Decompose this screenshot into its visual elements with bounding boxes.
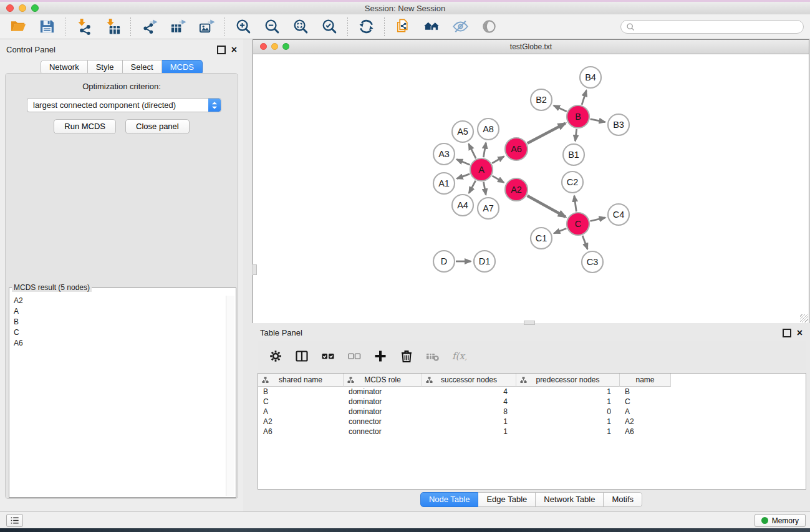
graph-node-A8[interactable]: A8 [478, 118, 499, 140]
function-builder-button[interactable]: f(x) [448, 346, 469, 367]
graph-node-B1[interactable]: B1 [563, 144, 584, 165]
table-cell[interactable]: B [620, 387, 671, 396]
search-field[interactable] [620, 20, 804, 34]
graph-edge-C-C4[interactable] [591, 218, 605, 221]
export-network-button[interactable] [137, 16, 161, 37]
graph-node-D1[interactable]: D1 [474, 251, 495, 272]
graph-node-A1[interactable]: A1 [433, 173, 455, 194]
zoom-fit-button[interactable] [289, 16, 312, 37]
table-settings-button[interactable] [265, 346, 286, 367]
table-row[interactable]: Cdominator41C [258, 397, 806, 407]
graph-edge-B-B3[interactable] [591, 119, 605, 122]
run-mcds-button[interactable]: Run MCDS [54, 119, 116, 134]
search-input[interactable] [639, 22, 798, 32]
show-hidden-button[interactable] [477, 16, 501, 37]
result-node-item[interactable]: C [11, 327, 226, 338]
table-cell[interactable]: 1 [516, 427, 620, 436]
zoom-in-button[interactable] [231, 16, 255, 37]
graph-node-C[interactable]: C [567, 213, 589, 235]
graph-edge-A-A7[interactable] [484, 182, 486, 195]
network-from-selection-button[interactable] [391, 16, 415, 37]
tab-motifs[interactable]: Motifs [604, 492, 642, 507]
graph-node-B[interactable]: B [567, 105, 589, 128]
table-cell[interactable]: A [620, 407, 671, 416]
table-cell[interactable]: 1 [422, 427, 516, 436]
graph-node-A7[interactable]: A7 [478, 198, 499, 219]
table-cell[interactable]: C [258, 397, 344, 406]
tab-network-table[interactable]: Network Table [536, 492, 604, 507]
table-cell[interactable]: 4 [422, 387, 516, 396]
zoom-window-icon[interactable] [31, 4, 39, 12]
table-cell[interactable]: 1 [516, 417, 620, 426]
graph-node-A3[interactable]: A3 [433, 143, 455, 165]
graph-edge-B-B2[interactable] [554, 105, 567, 112]
vertical-split-handle[interactable] [253, 264, 257, 275]
create-column-button[interactable] [370, 346, 390, 367]
column-header-successor-nodes[interactable]: successor nodes [422, 374, 516, 387]
table-cell[interactable]: 1 [516, 387, 620, 396]
select-all-rows-button[interactable] [317, 346, 338, 367]
graph-edge-A-A2[interactable] [492, 176, 504, 183]
network-minimize-icon[interactable] [271, 43, 278, 50]
graph-edge-C-C1[interactable] [554, 228, 567, 233]
tab-edge-table[interactable]: Edge Table [478, 492, 536, 507]
split-view-button[interactable] [291, 346, 312, 367]
table-row[interactable]: Adominator80A [258, 407, 806, 417]
column-header-shared-name[interactable]: shared name [258, 374, 344, 387]
export-image-button[interactable] [195, 16, 218, 37]
import-network-button[interactable] [72, 16, 95, 37]
column-header-predecessor-nodes[interactable]: predecessor nodes [516, 374, 620, 387]
close-panel-button[interactable]: Close panel [125, 119, 190, 134]
table-cell[interactable]: B [258, 387, 344, 396]
result-node-item[interactable]: A2 [11, 296, 226, 306]
column-header-mcds-role[interactable]: MCDS role [344, 374, 422, 387]
table-cell[interactable]: C [620, 397, 671, 406]
graph-edge-A-A1[interactable] [457, 174, 470, 179]
table-cell[interactable]: dominator [344, 407, 422, 416]
minimize-window-icon[interactable] [19, 4, 26, 12]
close-window-icon[interactable] [6, 4, 14, 12]
graph-edge-A2-C[interactable] [528, 196, 566, 217]
graph-node-B2[interactable]: B2 [531, 89, 552, 110]
close-panel-icon[interactable]: × [231, 47, 237, 53]
network-window-titlebar[interactable]: testGlobe.txt [253, 40, 809, 54]
network-canvas[interactable]: A A1 A2 A3 A4 A5 A6 A7 A8 B B1 B2 B3 B4 … [253, 54, 809, 323]
resize-grip-icon[interactable] [800, 314, 808, 322]
tab-node-table[interactable]: Node Table [420, 492, 479, 507]
graph-edge-B-B1[interactable] [576, 129, 577, 141]
table-row[interactable]: Bdominator41B [258, 387, 806, 397]
graph-node-C3[interactable]: C3 [582, 251, 603, 273]
table-row[interactable]: A6connector11A6 [258, 427, 806, 437]
graph-node-C2[interactable]: C2 [562, 172, 583, 193]
criterion-dropdown[interactable]: largest connected component (directed) [27, 98, 221, 112]
table-cell[interactable]: A [258, 407, 344, 416]
table-cell[interactable]: 1 [422, 417, 516, 426]
delete-columns-button[interactable] [396, 346, 417, 367]
memory-button[interactable]: Memory [755, 514, 806, 527]
graph-node-A[interactable]: A [470, 158, 493, 181]
table-row[interactable]: A2connector11A2 [258, 417, 806, 427]
graph-edge-B-B4[interactable] [582, 90, 586, 105]
table-cell[interactable]: connector [344, 417, 422, 426]
hide-selected-button[interactable] [448, 16, 472, 37]
zoom-selected-button[interactable] [317, 16, 341, 37]
table-cell[interactable]: 4 [422, 397, 516, 406]
graph-node-A2[interactable]: A2 [505, 178, 528, 201]
result-node-item[interactable]: A6 [11, 338, 226, 349]
graph-edge-A-A6[interactable] [492, 157, 504, 163]
graph-edge-A-A5[interactable] [469, 144, 476, 158]
deselect-all-rows-button[interactable] [344, 346, 364, 367]
close-table-panel-icon[interactable]: × [797, 330, 803, 336]
graph-edge-A-A4[interactable] [469, 181, 476, 193]
graph-node-C1[interactable]: C1 [531, 228, 552, 249]
table-cell[interactable]: 1 [516, 397, 620, 406]
open-file-button[interactable] [6, 16, 30, 37]
graph-node-A6[interactable]: A6 [505, 138, 528, 160]
graph-node-D[interactable]: D [433, 251, 455, 272]
zoom-out-button[interactable] [260, 16, 284, 37]
delete-table-button[interactable] [422, 346, 443, 367]
network-close-icon[interactable] [260, 43, 267, 50]
import-table-button[interactable] [100, 16, 124, 37]
result-scrollbar[interactable] [226, 296, 234, 496]
horizontal-split-handle[interactable] [524, 321, 535, 325]
